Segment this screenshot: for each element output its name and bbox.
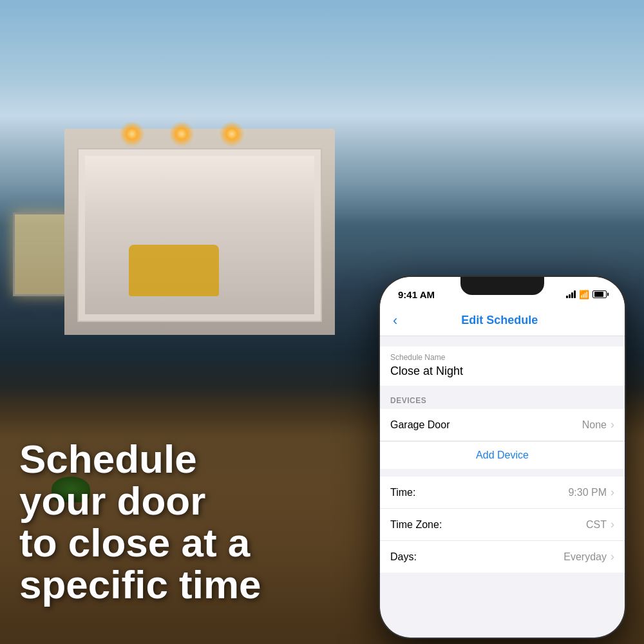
hero-line4: specific time [19,562,261,607]
time-value: 9:30 PM [568,487,607,498]
signal-bar-1 [566,296,568,298]
house-window [13,213,71,296]
section-gap-1 [380,336,625,346]
garage-door-row[interactable]: Garage Door None › [380,409,625,441]
time-row[interactable]: Time: 9:30 PM › [380,477,625,509]
garage-light-center [169,121,194,147]
back-button[interactable]: ‹ [393,312,397,329]
garage-light-left [119,121,145,147]
battery-tip [607,293,609,296]
vehicle [129,245,219,296]
days-chevron-icon: › [611,550,614,564]
divider-1 [380,469,625,477]
settings-section: Time: 9:30 PM › Time Zone: CST › [380,477,625,573]
schedule-name-section: Schedule Name Close at Night [380,346,625,386]
status-icons: 📶 [566,290,607,299]
page-title: Edit Schedule [402,314,596,327]
battery-fill [594,292,603,297]
days-value-group: Everyday › [564,550,614,564]
schedule-name-value: Close at Night [390,365,614,378]
phone-screen: 9:41 AM 📶 [380,277,625,638]
phone-body: 9:41 AM 📶 [380,277,625,638]
schedule-name-label: Schedule Name [390,353,614,362]
chevron-icon: › [611,418,614,431]
timezone-label: Time Zone: [390,519,442,531]
signal-bars-icon [566,290,576,298]
timezone-chevron-icon: › [611,518,614,531]
status-time: 9:41 AM [398,289,435,300]
devices-section-header: DEVICES [380,386,625,409]
days-label: Days: [390,551,417,563]
nav-bar: ‹ Edit Schedule [380,305,625,336]
days-value: Everyday [564,551,607,563]
garage-light-right [219,121,245,147]
hero-line1: Schedule [19,437,197,481]
phone-notch [460,277,544,295]
signal-bar-4 [574,290,576,298]
schedule-name-field[interactable]: Schedule Name Close at Night [380,346,625,386]
phone-wrapper: 9:41 AM 📶 [380,277,625,638]
signal-bar-2 [569,294,571,298]
hero-line3: to close at a [19,520,250,565]
hero-text: Schedule your door to close at a specifi… [19,438,261,605]
signal-bar-3 [571,292,573,298]
garage-door-label: Garage Door [390,419,450,431]
battery-icon [592,290,607,298]
time-chevron-icon: › [611,486,614,499]
hero-line2: your door [19,478,205,523]
garage-door-value-group: None › [582,418,614,431]
app-content: Schedule Name Close at Night DEVICES Gar… [380,336,625,573]
days-row[interactable]: Days: Everyday › [380,541,625,573]
garage-area [64,129,335,335]
devices-section: Garage Door None › Add Device [380,409,625,469]
timezone-value: CST [586,519,607,531]
timezone-row[interactable]: Time Zone: CST › [380,509,625,541]
garage-door-value: None [582,419,607,431]
timezone-value-group: CST › [586,518,614,531]
add-device-button[interactable]: Add Device [380,441,625,469]
time-value-group: 9:30 PM › [568,486,614,499]
wifi-icon: 📶 [579,290,589,299]
time-label: Time: [390,487,415,498]
